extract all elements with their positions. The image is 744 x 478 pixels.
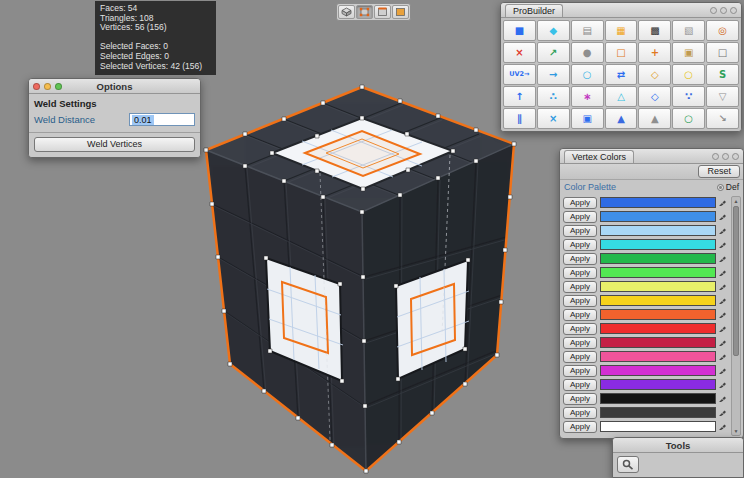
vertex-colors-tab[interactable]: Vertex Colors	[564, 150, 634, 163]
offset-elements-icon[interactable]: ▣	[571, 108, 604, 129]
split-vertices-icon[interactable]: ⇄	[605, 64, 638, 85]
split-faces-icon[interactable]: ▲	[605, 108, 638, 129]
color-swatch[interactable]	[600, 239, 716, 250]
color-swatch[interactable]	[600, 407, 716, 418]
object-picker-icon[interactable]	[717, 184, 724, 191]
connect-edges-icon[interactable]: ∗	[571, 86, 604, 107]
color-swatch[interactable]	[600, 365, 716, 376]
options-titlebar[interactable]: Options	[29, 79, 200, 94]
unwrap-icon[interactable]: ▧	[672, 20, 705, 41]
apply-button[interactable]: Apply	[563, 197, 597, 209]
vertex-mode-button[interactable]	[356, 5, 373, 19]
color-swatch[interactable]	[600, 379, 716, 390]
eyedropper-icon[interactable]	[716, 240, 728, 249]
arrow-tool-icon[interactable]: ↘	[706, 108, 739, 129]
scrollbar[interactable]: ▲ ▼	[731, 196, 741, 436]
subdivide-icon[interactable]: ▽	[706, 86, 739, 107]
eyedropper-icon[interactable]	[716, 352, 728, 361]
new-shape-icon[interactable]: ■	[503, 20, 536, 41]
scroll-up-icon[interactable]: ▲	[732, 197, 740, 205]
flip-normals-icon[interactable]: ◇	[638, 64, 671, 85]
color-swatch[interactable]	[600, 267, 716, 278]
uv-editor-icon[interactable]: ▩	[638, 20, 671, 41]
export-icon[interactable]: ↑	[503, 86, 536, 107]
window-menu-icon[interactable]	[730, 7, 737, 14]
uv2-generate-icon[interactable]: UV2→	[503, 64, 536, 85]
poly-shape-icon[interactable]: ◆	[537, 20, 570, 41]
probuilderize-icon[interactable]: ◇	[638, 86, 671, 107]
probuilder-titlebar[interactable]: ProBuilder	[501, 3, 741, 18]
select-rect-icon[interactable]: □	[605, 42, 638, 63]
apply-button[interactable]: Apply	[563, 337, 597, 349]
color-swatch[interactable]	[600, 197, 716, 208]
apply-button[interactable]: Apply	[563, 379, 597, 391]
insert-edge-loop-icon[interactable]: ∥	[503, 108, 536, 129]
center-pivot-icon[interactable]: ◎	[706, 20, 739, 41]
eyedropper-icon[interactable]	[716, 366, 728, 375]
eyedropper-icon[interactable]	[716, 408, 728, 417]
apply-button[interactable]: Apply	[563, 225, 597, 237]
smooth-normals-icon[interactable]: ○	[571, 64, 604, 85]
eyedropper-icon[interactable]	[716, 268, 728, 277]
eyedropper-icon[interactable]	[716, 394, 728, 403]
weld-distance-input[interactable]: 0.01	[129, 113, 195, 126]
color-swatch[interactable]	[600, 281, 716, 292]
apply-button[interactable]: Apply	[563, 267, 597, 279]
color-swatch[interactable]	[600, 421, 716, 432]
face-mode-button[interactable]	[392, 5, 409, 19]
apply-button[interactable]: Apply	[563, 239, 597, 251]
eyedropper-icon[interactable]	[716, 254, 728, 263]
scroll-down-icon[interactable]: ▼	[732, 427, 740, 435]
apply-button[interactable]: Apply	[563, 365, 597, 377]
eyedropper-icon[interactable]	[716, 198, 728, 207]
eyedropper-icon[interactable]	[716, 324, 728, 333]
apply-button[interactable]: Apply	[563, 281, 597, 293]
probuilder-tab[interactable]: ProBuilder	[505, 4, 563, 17]
apply-button[interactable]: Apply	[563, 351, 597, 363]
color-swatch[interactable]	[600, 225, 716, 236]
window-button-icon[interactable]	[710, 7, 717, 14]
snap-tool-button[interactable]	[617, 456, 639, 473]
new-text-icon[interactable]: ▤	[571, 20, 604, 41]
color-swatch[interactable]	[600, 295, 716, 306]
eyedropper-icon[interactable]	[716, 282, 728, 291]
apply-button[interactable]: Apply	[563, 323, 597, 335]
merge-faces-icon[interactable]: ○	[672, 64, 705, 85]
vertex-graph-icon[interactable]: ∵	[672, 86, 705, 107]
connect-vertices-icon[interactable]: ∴	[537, 86, 570, 107]
color-swatch[interactable]	[600, 323, 716, 334]
edge-mode-button[interactable]	[374, 5, 391, 19]
color-swatch[interactable]	[600, 309, 716, 320]
extrude-icon[interactable]: ↗	[537, 42, 570, 63]
tools-titlebar[interactable]: Tools	[613, 438, 743, 453]
eyedropper-icon[interactable]	[716, 310, 728, 319]
eyedropper-icon[interactable]	[716, 296, 728, 305]
object-mode-button[interactable]	[338, 5, 355, 19]
apply-button[interactable]: Apply	[563, 295, 597, 307]
shrink-selection-icon[interactable]: ▣	[672, 42, 705, 63]
cylinder-icon[interactable]: ●	[571, 42, 604, 63]
scrollbar-thumb[interactable]	[733, 206, 739, 356]
window-button-icon[interactable]	[722, 153, 729, 160]
weld-vertices-icon[interactable]: →	[537, 64, 570, 85]
color-swatch[interactable]	[600, 351, 716, 362]
def-button[interactable]: Def	[726, 182, 739, 192]
color-swatch[interactable]	[600, 211, 716, 222]
apply-button[interactable]: Apply	[563, 421, 597, 433]
eyedropper-icon[interactable]	[716, 422, 728, 431]
eyedropper-icon[interactable]	[716, 226, 728, 235]
window-button-icon[interactable]	[720, 7, 727, 14]
eyedropper-icon[interactable]	[716, 380, 728, 389]
cube-mesh[interactable]	[204, 85, 516, 473]
select-hidden-icon[interactable]: □	[706, 42, 739, 63]
apply-button[interactable]: Apply	[563, 211, 597, 223]
eyedropper-icon[interactable]	[716, 212, 728, 221]
window-button-icon[interactable]	[712, 153, 719, 160]
eyedropper-icon[interactable]	[716, 338, 728, 347]
apply-button[interactable]: Apply	[563, 393, 597, 405]
grow-selection-icon[interactable]: +	[638, 42, 671, 63]
mirror-objects-icon[interactable]: ×	[503, 42, 536, 63]
fill-hole-icon[interactable]: ○	[672, 108, 705, 129]
color-swatch[interactable]	[600, 337, 716, 348]
window-menu-icon[interactable]	[732, 153, 739, 160]
